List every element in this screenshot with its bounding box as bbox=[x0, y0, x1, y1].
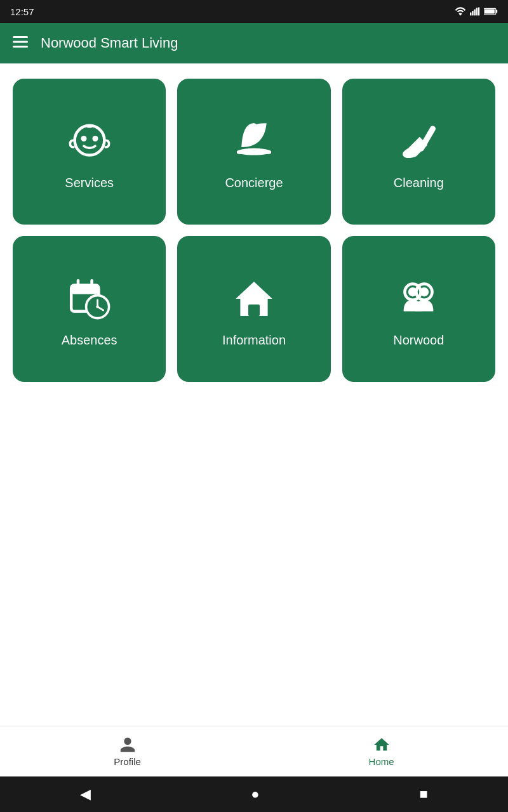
nav-profile[interactable]: Profile bbox=[88, 731, 166, 772]
svg-point-34 bbox=[420, 287, 429, 296]
main-content: Services Concierge bbox=[0, 63, 508, 726]
cleaning-label: Cleaning bbox=[394, 176, 444, 190]
svg-point-28 bbox=[96, 306, 99, 309]
services-label: Services bbox=[65, 176, 114, 190]
status-icons bbox=[455, 7, 498, 16]
svg-point-11 bbox=[74, 126, 104, 155]
svg-rect-0 bbox=[470, 13, 471, 16]
home-button[interactable]: ● bbox=[251, 786, 259, 802]
recents-button[interactable]: ■ bbox=[420, 786, 428, 802]
app-title: Norwood Smart Living bbox=[41, 35, 178, 51]
nav-home[interactable]: Home bbox=[344, 731, 420, 772]
svg-point-33 bbox=[408, 287, 417, 296]
absences-icon bbox=[64, 273, 115, 324]
svg-rect-10 bbox=[13, 46, 28, 48]
status-time-section: 12:57 bbox=[10, 6, 34, 17]
menu-grid: Services Concierge bbox=[13, 79, 495, 382]
information-label: Information bbox=[222, 333, 286, 348]
status-bar: 12:57 bbox=[0, 0, 508, 23]
tile-services[interactable]: Services bbox=[13, 79, 166, 225]
bottom-nav: Profile Home bbox=[0, 726, 508, 776]
svg-rect-17 bbox=[251, 124, 256, 128]
android-nav-bar: ◀ ● ■ bbox=[0, 776, 508, 812]
svg-rect-9 bbox=[13, 41, 28, 43]
home-nav-label: Home bbox=[369, 756, 394, 767]
profile-nav-icon bbox=[119, 736, 137, 754]
norwood-label: Norwood bbox=[393, 333, 444, 348]
svg-rect-8 bbox=[13, 36, 28, 38]
svg-rect-3 bbox=[476, 8, 478, 15]
profile-nav-label: Profile bbox=[114, 756, 141, 767]
norwood-icon bbox=[393, 273, 444, 324]
tile-norwood[interactable]: Norwood bbox=[342, 236, 495, 382]
status-time: 12:57 bbox=[10, 6, 34, 17]
menu-button[interactable] bbox=[13, 35, 28, 51]
tile-absences[interactable]: Absences bbox=[13, 236, 166, 382]
tile-cleaning[interactable]: Cleaning bbox=[342, 79, 495, 225]
svg-rect-21 bbox=[71, 285, 98, 294]
information-icon bbox=[229, 273, 279, 324]
svg-rect-7 bbox=[496, 10, 497, 13]
back-button[interactable]: ◀ bbox=[80, 786, 91, 802]
battery-icon bbox=[484, 8, 498, 15]
services-icon bbox=[64, 116, 115, 167]
home-nav-icon bbox=[373, 736, 391, 754]
svg-point-13 bbox=[92, 136, 98, 141]
app-bar: Norwood Smart Living bbox=[0, 23, 508, 63]
wifi-icon bbox=[455, 7, 466, 16]
svg-point-12 bbox=[81, 136, 86, 141]
svg-rect-4 bbox=[478, 8, 479, 16]
absences-label: Absences bbox=[62, 333, 117, 348]
svg-rect-30 bbox=[248, 304, 260, 316]
tile-concierge[interactable]: Concierge bbox=[177, 79, 330, 225]
svg-rect-2 bbox=[474, 10, 475, 16]
cleaning-icon bbox=[393, 116, 444, 167]
svg-rect-18 bbox=[237, 151, 271, 154]
tile-information[interactable]: Information bbox=[177, 236, 330, 382]
svg-rect-14 bbox=[86, 124, 92, 128]
concierge-label: Concierge bbox=[225, 176, 283, 190]
concierge-icon bbox=[229, 116, 279, 167]
svg-rect-1 bbox=[472, 11, 473, 15]
signal-icon bbox=[470, 7, 480, 16]
svg-rect-6 bbox=[485, 9, 495, 13]
